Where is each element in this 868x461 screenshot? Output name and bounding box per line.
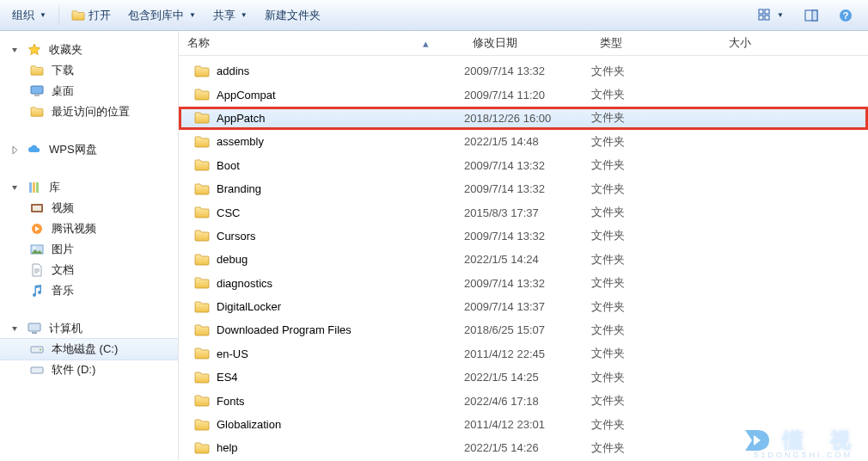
table-row[interactable]: assembly2022/1/5 14:48文件夹: [179, 130, 868, 153]
file-date: 2022/1/5 14:25: [464, 371, 591, 384]
table-row[interactable]: DigitalLocker2009/7/14 13:37文件夹: [179, 295, 868, 318]
view-mode-button[interactable]: ▼: [751, 6, 791, 25]
caret-open-icon: [10, 324, 20, 334]
file-name: AppPatch: [217, 112, 265, 125]
caret-open-icon: [10, 183, 20, 193]
computer-header[interactable]: 计算机: [0, 318, 178, 339]
help-button[interactable]: [832, 6, 859, 25]
file-date: 2009/7/14 13:32: [464, 277, 591, 290]
file-name: Globalization: [217, 418, 281, 431]
navigation-pane: 收藏夹 下载 桌面 最近访问的位置 WPS网盘 库 视频 腾: [0, 31, 179, 461]
folder-open-icon: [71, 9, 85, 22]
file-type: 文件夹: [591, 370, 720, 385]
toolbar: 组织▼ 打开 包含到库中▼ 共享▼ 新建文件夹 ▼: [0, 0, 868, 31]
file-type: 文件夹: [591, 110, 720, 126]
share-button[interactable]: 共享▼: [206, 5, 254, 26]
folder-icon: [194, 394, 210, 408]
folder-icon: [194, 111, 210, 125]
file-name: DigitalLocker: [217, 300, 281, 313]
nav-recent[interactable]: 最近访问的位置: [0, 101, 178, 122]
nav-drive-c[interactable]: 本地磁盘 (C:): [0, 338, 178, 360]
folder-icon: [194, 441, 210, 455]
file-date: 2009/7/14 13:32: [464, 182, 591, 195]
file-date: 2009/7/14 13:32: [464, 159, 591, 172]
nav-downloads[interactable]: 下载: [0, 60, 178, 81]
table-row[interactable]: Fonts2022/4/6 17:18文件夹: [179, 389, 868, 412]
file-name: CSC: [217, 206, 240, 219]
music-icon: [29, 283, 45, 298]
nav-video[interactable]: 视频: [0, 198, 178, 218]
nav-item-label: 最近访问的位置: [52, 104, 130, 120]
chevron-down-icon: ▼: [40, 11, 46, 19]
computer-icon: [27, 321, 42, 336]
header-date[interactable]: 修改日期: [464, 31, 591, 55]
nav-docs[interactable]: 文档: [0, 260, 178, 280]
file-name: Cursors: [217, 230, 256, 243]
table-row[interactable]: Downloaded Program Files2018/6/25 15:07文…: [179, 318, 868, 341]
table-row[interactable]: diagnostics2009/7/14 13:32文件夹: [179, 272, 868, 295]
folder-icon: [194, 253, 210, 267]
file-type: 文件夹: [591, 205, 720, 220]
nav-tencent[interactable]: 腾讯视频: [0, 218, 178, 239]
include-library-button[interactable]: 包含到库中▼: [121, 5, 203, 26]
open-button[interactable]: 打开: [64, 5, 118, 26]
organize-label: 组织: [12, 8, 34, 23]
libraries-header[interactable]: 库: [0, 177, 178, 198]
file-date: 2009/7/14 13:32: [464, 230, 591, 243]
table-row[interactable]: addins2009/7/14 13:32文件夹: [179, 59, 868, 83]
table-row[interactable]: debug2022/1/5 14:24文件夹: [179, 248, 868, 271]
organize-button[interactable]: 组织▼: [5, 5, 53, 26]
table-row[interactable]: en-US2011/4/12 22:45文件夹: [179, 342, 868, 366]
recent-icon: [29, 104, 45, 120]
header-size[interactable]: 大小: [720, 31, 868, 55]
header-label: 修改日期: [473, 35, 517, 51]
folder-icon: [194, 88, 210, 101]
file-type: 文件夹: [591, 299, 720, 315]
nav-wps[interactable]: WPS网盘: [0, 139, 178, 160]
chevron-down-icon: ▼: [189, 11, 196, 19]
folder-icon: [194, 418, 210, 432]
tencent-icon: [29, 221, 45, 237]
table-row[interactable]: AppPatch2018/12/26 16:00文件夹: [179, 107, 868, 130]
chevron-down-icon: ▼: [241, 11, 248, 19]
folder-icon: [194, 182, 210, 196]
table-row[interactable]: AppCompat2009/7/14 11:20文件夹: [179, 83, 868, 106]
folder-icon: [194, 229, 210, 243]
table-row[interactable]: help2022/1/5 14:26文件夹: [179, 436, 868, 459]
preview-pane-button[interactable]: [798, 6, 825, 25]
file-type: 文件夹: [591, 157, 720, 173]
file-type: 文件夹: [591, 87, 720, 102]
favorites-header[interactable]: 收藏夹: [0, 40, 178, 60]
nav-pictures[interactable]: 图片: [0, 239, 178, 260]
table-row[interactable]: Boot2009/7/14 13:32文件夹: [179, 154, 868, 177]
file-type: 文件夹: [591, 181, 720, 197]
table-row[interactable]: Globalization2011/4/12 23:01文件夹: [179, 413, 868, 436]
table-row[interactable]: ES42022/1/5 14:25文件夹: [179, 366, 868, 389]
file-date: 2009/7/14 13:37: [464, 300, 591, 313]
file-name: debug: [217, 253, 248, 266]
new-folder-button[interactable]: 新建文件夹: [258, 5, 327, 26]
column-headers: 名称▴ 修改日期 类型 大小: [179, 31, 868, 56]
svg-rect-18: [28, 323, 40, 331]
nav-item-label: 库: [49, 180, 60, 195]
table-row[interactable]: Cursors2009/7/14 13:32文件夹: [179, 224, 868, 248]
header-name[interactable]: 名称▴: [179, 31, 464, 55]
cloud-icon: [27, 142, 42, 157]
svg-rect-22: [31, 367, 43, 373]
nav-music[interactable]: 音乐: [0, 280, 178, 301]
svg-rect-9: [34, 95, 40, 96]
star-icon: [27, 42, 42, 58]
header-type[interactable]: 类型: [591, 31, 720, 55]
nav-item-label: 文档: [52, 262, 74, 278]
svg-rect-19: [32, 332, 37, 334]
table-row[interactable]: Branding2009/7/14 13:32文件夹: [179, 177, 868, 200]
file-name: help: [217, 441, 238, 454]
file-date: 2011/4/12 23:01: [464, 418, 591, 431]
share-label: 共享: [213, 8, 235, 23]
nav-desktop[interactable]: 桌面: [0, 81, 178, 101]
folder-icon: [194, 371, 210, 384]
folder-icon: [194, 65, 210, 78]
newfolder-label: 新建文件夹: [265, 8, 321, 23]
table-row[interactable]: CSC2015/8/3 17:37文件夹: [179, 200, 868, 224]
nav-drive-d[interactable]: 软件 (D:): [0, 360, 178, 380]
